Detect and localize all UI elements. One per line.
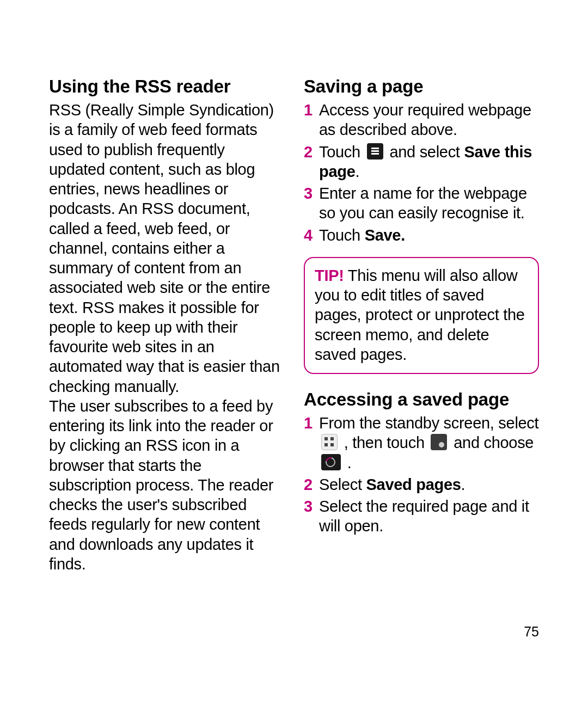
list-item: 3 Select the required page and it will o… <box>304 496 539 536</box>
step-text-part: . <box>343 454 352 471</box>
step-text-part: . <box>356 163 360 180</box>
step-text-part: . <box>461 476 465 493</box>
list-item: 2 Select Saved pages. <box>304 475 539 494</box>
step-text: Select the required page and it will ope… <box>319 498 529 535</box>
page-number: 75 <box>524 624 539 640</box>
rss-description-1: RSS (Really Simple Syndication) is a fam… <box>49 100 284 396</box>
menu-icon <box>367 143 383 160</box>
step-number: 3 <box>304 496 313 516</box>
apps-grid-icon <box>321 434 338 450</box>
accessing-steps: 1 From the standby screen, select , then… <box>304 413 539 536</box>
tip-box: TIP! This menu will also allow you to ed… <box>304 257 539 374</box>
step-number: 2 <box>304 475 313 494</box>
list-item: 4 Touch Save. <box>304 225 539 245</box>
manual-page: Using the RSS reader RSS (Really Simple … <box>0 0 588 705</box>
two-column-layout: Using the RSS reader RSS (Really Simple … <box>49 76 539 574</box>
left-column: Using the RSS reader RSS (Really Simple … <box>49 76 284 574</box>
step-text-part: Touch <box>319 143 365 161</box>
list-item: 3 Enter a name for the webpage so you ca… <box>304 183 539 223</box>
list-item: 2 Touch and select Save this page. <box>304 142 539 182</box>
step-text: Access your required webpage as describe… <box>319 101 531 138</box>
list-item: 1 Access your required webpage as descri… <box>304 100 539 140</box>
step-text-part: Touch <box>319 226 365 244</box>
step-text: Enter a name for the webpage so you can … <box>319 185 527 222</box>
bold-text: Saved pages <box>366 476 461 493</box>
browser-icon <box>321 454 341 470</box>
step-number: 1 <box>304 413 313 433</box>
step-text-part: and select <box>385 143 464 161</box>
list-item: 1 From the standby screen, select , then… <box>304 413 539 473</box>
step-number: 4 <box>304 225 313 245</box>
heading-saving-page: Saving a page <box>304 76 539 97</box>
bold-text: Save. <box>365 226 405 244</box>
utilities-icon <box>431 434 447 450</box>
step-text-part: Select <box>319 476 366 493</box>
right-column: Saving a page 1 Access your required web… <box>304 76 539 574</box>
step-text-part: and choose <box>449 434 534 451</box>
tip-body: This menu will also allow you to edit ti… <box>315 267 525 363</box>
heading-rss-reader: Using the RSS reader <box>49 76 284 97</box>
step-text-part: From the standby screen, select <box>319 414 538 432</box>
step-number: 1 <box>304 100 313 120</box>
step-number: 3 <box>304 183 313 203</box>
rss-description-2: The user subscribes to a feed by enterin… <box>49 396 284 574</box>
step-number: 2 <box>304 142 313 162</box>
heading-accessing-saved: Accessing a saved page <box>304 389 539 410</box>
step-text-part: , then touch <box>340 434 428 451</box>
saving-steps: 1 Access your required webpage as descri… <box>304 100 539 245</box>
tip-label: TIP! <box>315 267 344 284</box>
